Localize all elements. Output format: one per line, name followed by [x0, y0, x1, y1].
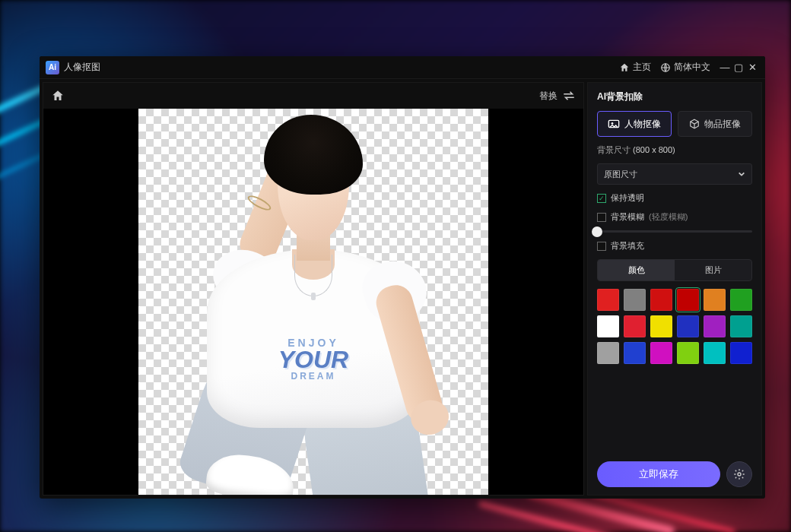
color-swatch[interactable]	[624, 289, 646, 311]
size-select[interactable]: 原图尺寸	[597, 163, 752, 185]
app-icon: Ai	[46, 61, 59, 74]
checkbox-icon	[597, 213, 606, 222]
fill-tabs: 颜色 图片	[597, 259, 752, 281]
checkbox-icon: ✓	[597, 194, 606, 203]
gear-icon	[733, 468, 745, 480]
color-swatch[interactable]	[704, 315, 726, 337]
canvas-pane: 替换	[43, 82, 584, 496]
swap-icon	[562, 90, 576, 101]
color-swatch[interactable]	[677, 289, 699, 311]
canvas[interactable]: ENJOY YOUR DREAM	[43, 109, 583, 495]
canvas-toolbar: 替换	[43, 83, 583, 109]
home-icon	[619, 62, 630, 73]
color-swatch[interactable]	[730, 315, 752, 337]
language-label: 简体中文	[674, 61, 710, 74]
color-swatch[interactable]	[650, 342, 672, 364]
bg-size-row: 背景尺寸 (800 x 800)	[597, 144, 752, 156]
shirt-text-3: DREAM	[278, 371, 348, 382]
swap-label: 替换	[539, 90, 558, 103]
color-swatch[interactable]	[730, 342, 752, 364]
portrait-icon	[608, 119, 620, 129]
language-button[interactable]: 简体中文	[656, 59, 715, 76]
bg-blur-level: (轻度模糊)	[649, 211, 688, 223]
color-swatch[interactable]	[730, 289, 752, 311]
subject-image: ENJOY YOUR DREAM	[43, 109, 583, 495]
bg-fill-label: 背景填充	[611, 240, 644, 252]
tab-image[interactable]: 图片	[675, 260, 751, 280]
color-swatch[interactable]	[650, 289, 672, 311]
content-area: 替换	[40, 79, 765, 499]
bg-fill-checkbox[interactable]: 背景填充	[597, 240, 752, 252]
home-label: 主页	[633, 61, 651, 74]
color-swatch[interactable]	[677, 315, 699, 337]
side-footer: 立即保存	[597, 461, 752, 487]
home-button[interactable]: 主页	[615, 59, 656, 76]
color-swatch[interactable]	[597, 289, 619, 311]
color-swatch[interactable]	[624, 342, 646, 364]
save-button[interactable]: 立即保存	[597, 461, 720, 487]
keep-transparent-checkbox[interactable]: ✓ 保持透明	[597, 192, 752, 204]
canvas-home-icon[interactable]	[51, 89, 65, 103]
shirt-text-1: ENJOY	[278, 337, 348, 349]
chevron-down-icon	[738, 170, 745, 178]
bg-size-value: (800 x 800)	[633, 145, 675, 154]
settings-button[interactable]	[726, 461, 752, 487]
checkbox-icon	[597, 242, 606, 251]
mode-segment: 人物抠像 物品抠像	[597, 111, 752, 137]
mode-portrait-button[interactable]: 人物抠像	[597, 111, 672, 137]
mode-object-button[interactable]: 物品抠像	[678, 111, 752, 137]
color-swatch[interactable]	[597, 342, 619, 364]
shirt-text-2: YOUR	[278, 349, 348, 371]
panel-title: AI背景扣除	[597, 90, 752, 103]
minimize-button[interactable]: —	[718, 62, 732, 73]
mode-object-label: 物品抠像	[704, 118, 741, 131]
color-swatch[interactable]	[624, 315, 646, 337]
size-select-value: 原图尺寸	[604, 169, 637, 180]
svg-point-3	[738, 473, 741, 476]
close-button[interactable]: ✕	[745, 62, 759, 73]
globe-icon	[660, 62, 671, 73]
swap-button[interactable]: 替换	[539, 90, 576, 103]
window-controls: — ▢ ✕	[718, 62, 759, 73]
color-swatch[interactable]	[704, 342, 726, 364]
keep-transparent-label: 保持透明	[611, 192, 644, 204]
bg-blur-checkbox[interactable]: 背景模糊 (轻度模糊)	[597, 211, 752, 223]
slider-thumb[interactable]	[592, 226, 602, 237]
color-swatch[interactable]	[677, 342, 699, 364]
side-panel: AI背景扣除 人物抠像 物品抠像 背景尺寸 (800 x 800)	[587, 82, 762, 496]
app-title: 人像抠图	[64, 61, 100, 74]
titlebar: Ai 人像抠图 主页 简体中文 — ▢ ✕	[40, 56, 765, 79]
bg-blur-label: 背景模糊	[611, 211, 644, 223]
bg-size-label: 背景尺寸	[597, 145, 631, 154]
color-swatch[interactable]	[597, 315, 619, 337]
color-swatch[interactable]	[704, 289, 726, 311]
blur-slider-row	[597, 230, 752, 233]
tab-color[interactable]: 颜色	[598, 260, 675, 280]
cube-icon	[689, 119, 700, 129]
color-swatch[interactable]	[650, 315, 672, 337]
svg-point-2	[612, 122, 614, 125]
blur-slider[interactable]	[597, 230, 752, 233]
app-window: Ai 人像抠图 主页 简体中文 — ▢ ✕	[40, 56, 765, 499]
color-palette	[597, 289, 752, 364]
maximize-button[interactable]: ▢	[732, 62, 745, 73]
mode-portrait-label: 人物抠像	[624, 118, 661, 131]
